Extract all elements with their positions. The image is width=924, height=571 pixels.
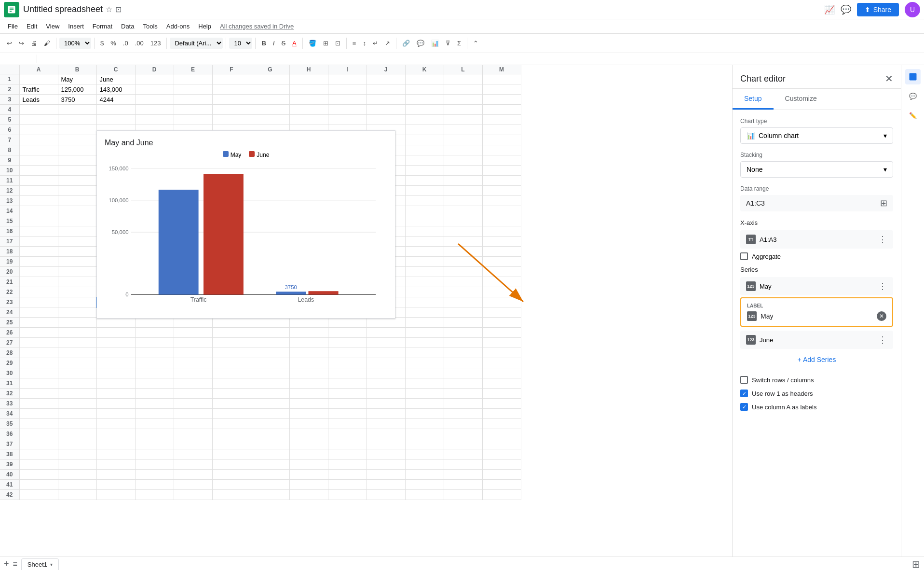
cell-I30[interactable] <box>328 368 367 378</box>
cell-L32[interactable] <box>444 389 482 399</box>
cell-J34[interactable] <box>367 409 405 419</box>
menu-file[interactable]: File <box>4 21 22 32</box>
italic-btn[interactable]: I <box>270 38 278 49</box>
cell-C1[interactable]: June <box>96 74 135 84</box>
cell-B17[interactable] <box>58 237 96 247</box>
cell-B13[interactable] <box>58 196 96 206</box>
cell-L4[interactable] <box>444 105 482 115</box>
cell-L28[interactable] <box>444 348 482 358</box>
cell-A18[interactable] <box>19 247 58 257</box>
cell-L6[interactable] <box>444 125 482 135</box>
cell-A8[interactable] <box>19 145 58 155</box>
app-icon[interactable] <box>4 2 19 17</box>
cell-C34[interactable] <box>96 409 135 419</box>
cell-D38[interactable] <box>135 449 174 460</box>
cell-K40[interactable] <box>405 470 444 480</box>
cell-E4[interactable] <box>174 105 212 115</box>
cell-J37[interactable] <box>367 439 405 449</box>
cell-G29[interactable] <box>251 358 289 368</box>
cell-A1[interactable] <box>19 74 58 84</box>
cell-I32[interactable] <box>328 389 367 399</box>
stacking-dropdown[interactable]: None ▾ <box>740 161 893 178</box>
merge-btn[interactable]: ⊡ <box>332 38 343 49</box>
cell-D40[interactable] <box>135 470 174 480</box>
cell-K16[interactable] <box>405 226 444 237</box>
cell-E38[interactable] <box>174 449 212 460</box>
cell-J25[interactable] <box>367 318 405 328</box>
col-header-g[interactable]: G <box>251 65 289 74</box>
cell-K37[interactable] <box>405 439 444 449</box>
search-icon[interactable]: 📈 <box>824 4 835 15</box>
cell-I42[interactable] <box>328 490 367 500</box>
col-header-e[interactable]: E <box>174 65 212 74</box>
cell-J36[interactable] <box>367 429 405 439</box>
cell-M28[interactable] <box>482 348 521 358</box>
cell-B5[interactable] <box>58 115 96 125</box>
cell-M17[interactable] <box>482 237 521 247</box>
chart-type-dropdown[interactable]: 📊 Column chart ▾ <box>740 127 893 144</box>
formula-input[interactable] <box>41 56 920 63</box>
cell-G36[interactable] <box>251 429 289 439</box>
cell-L3[interactable] <box>444 95 482 105</box>
cell-I1[interactable] <box>328 74 367 84</box>
cell-L33[interactable] <box>444 399 482 409</box>
cell-E41[interactable] <box>174 480 212 490</box>
cell-E2[interactable] <box>174 84 212 95</box>
cell-F40[interactable] <box>212 470 251 480</box>
cell-J5[interactable] <box>367 115 405 125</box>
tab-setup[interactable]: Setup <box>733 89 774 110</box>
cell-I33[interactable] <box>328 399 367 409</box>
right-icon-chat[interactable]: 💬 <box>905 88 921 104</box>
cell-I28[interactable] <box>328 348 367 358</box>
cell-L30[interactable] <box>444 368 482 378</box>
cell-H1[interactable] <box>289 74 328 84</box>
cell-B25[interactable] <box>58 318 96 328</box>
cell-G35[interactable] <box>251 419 289 429</box>
cell-I35[interactable] <box>328 419 367 429</box>
cell-B15[interactable] <box>58 216 96 226</box>
cell-K33[interactable] <box>405 399 444 409</box>
cell-I40[interactable] <box>328 470 367 480</box>
cell-B14[interactable] <box>58 206 96 216</box>
cell-G41[interactable] <box>251 480 289 490</box>
cell-L23[interactable] <box>444 297 482 307</box>
cell-M10[interactable] <box>482 166 521 176</box>
cell-A34[interactable] <box>19 409 58 419</box>
cell-L12[interactable] <box>444 186 482 196</box>
cell-F27[interactable] <box>212 338 251 348</box>
cell-I4[interactable] <box>328 105 367 115</box>
series-may-more-icon[interactable]: ⋮ <box>878 281 887 292</box>
cell-C37[interactable] <box>96 439 135 449</box>
cell-M14[interactable] <box>482 206 521 216</box>
cell-M36[interactable] <box>482 429 521 439</box>
cell-F41[interactable] <box>212 480 251 490</box>
cell-C42[interactable] <box>96 490 135 500</box>
cell-K18[interactable] <box>405 247 444 257</box>
cell-I41[interactable] <box>328 480 367 490</box>
cell-H4[interactable] <box>289 105 328 115</box>
cell-E25[interactable] <box>174 318 212 328</box>
avatar[interactable]: U <box>905 2 920 17</box>
currency-btn[interactable]: $ <box>97 38 107 49</box>
series-june-more-icon[interactable]: ⋮ <box>878 334 887 345</box>
cell-B16[interactable] <box>58 226 96 237</box>
cell-F1[interactable] <box>212 74 251 84</box>
cell-C30[interactable] <box>96 368 135 378</box>
cell-L16[interactable] <box>444 226 482 237</box>
cell-B3[interactable]: 3750 <box>58 95 96 105</box>
cell-E31[interactable] <box>174 378 212 389</box>
cell-D33[interactable] <box>135 399 174 409</box>
menu-help[interactable]: Help <box>194 21 215 32</box>
cell-J39[interactable] <box>367 460 405 470</box>
cell-F31[interactable] <box>212 378 251 389</box>
cell-B34[interactable] <box>58 409 96 419</box>
cell-J29[interactable] <box>367 358 405 368</box>
cell-K3[interactable] <box>405 95 444 105</box>
col-header-j[interactable]: J <box>367 65 405 74</box>
cell-K41[interactable] <box>405 480 444 490</box>
cell-L38[interactable] <box>444 449 482 460</box>
cell-K15[interactable] <box>405 216 444 226</box>
cell-L2[interactable] <box>444 84 482 95</box>
cell-B24[interactable] <box>58 307 96 318</box>
cell-A32[interactable] <box>19 389 58 399</box>
